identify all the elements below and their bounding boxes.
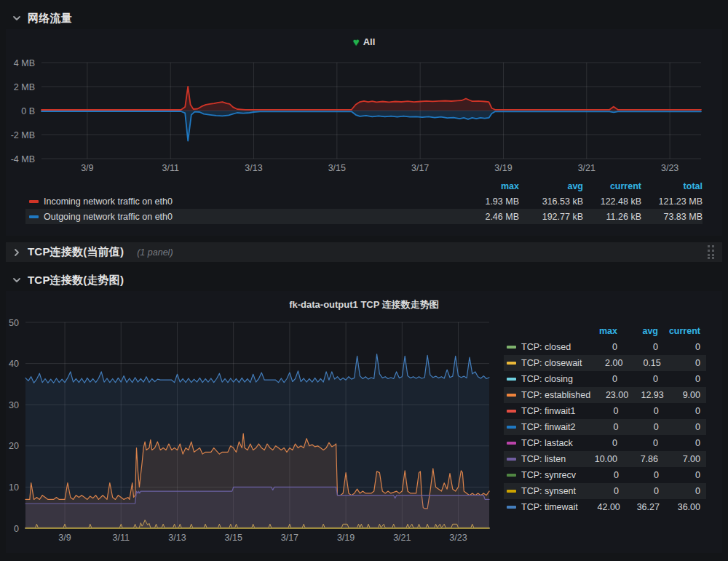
legend-header-total[interactable]: total — [641, 181, 703, 191]
legend-row[interactable]: TCP: listen10.007.867.00 — [504, 451, 706, 467]
legend-row[interactable]: TCP: timewait42.0036.2736.00 — [504, 499, 706, 515]
y-axis-tick: -2 MB — [11, 130, 35, 140]
legend-series-name[interactable]: TCP: closing — [507, 374, 574, 384]
legend-series-name[interactable]: TCP: closewait — [507, 358, 582, 368]
y-axis-tick: 40 — [9, 359, 19, 369]
network-traffic-legend: maxavgcurrenttotalIncoming network traff… — [25, 178, 703, 224]
legend-value-current: 0 — [659, 406, 700, 416]
legend-value-current: 36.00 — [660, 502, 700, 512]
y-axis-tick: 20 — [9, 441, 19, 451]
drag-handle-icon[interactable] — [708, 245, 715, 259]
legend-value-avg: 36.27 — [620, 502, 660, 512]
legend-header-current[interactable]: current — [658, 326, 700, 336]
legend-header-max[interactable]: max — [452, 181, 519, 191]
legend-series-name[interactable]: TCP: timewait — [507, 502, 578, 512]
series-label[interactable]: TCP: finwait2 — [521, 422, 575, 432]
series-color-swatch[interactable] — [507, 426, 516, 429]
series-label[interactable]: TCP: closed — [521, 342, 571, 352]
legend-series-name[interactable]: TCP: finwait1 — [507, 406, 575, 416]
panel-title-text: fk-data-output1 TCP 连接数走势图 — [289, 298, 439, 311]
series-label[interactable]: TCP: synrecv — [521, 470, 576, 480]
legend-series-name[interactable]: TCP: finwait2 — [507, 422, 575, 432]
series-label[interactable]: TCP: listen — [521, 454, 566, 464]
series-color-swatch[interactable] — [507, 458, 516, 461]
legend-value-current: 0 — [661, 358, 700, 368]
y-axis-tick: 2 MB — [14, 82, 35, 92]
legend-row[interactable]: TCP: synrecv000 — [504, 467, 706, 483]
legend-value-max: 0 — [576, 470, 619, 480]
legend-row[interactable]: TCP: synsent000 — [504, 483, 706, 499]
series-color-swatch[interactable] — [507, 490, 516, 493]
series-label[interactable]: TCP: closewait — [521, 358, 582, 368]
legend-row[interactable]: Outgoing network traffic on eth02.46 MB1… — [25, 209, 703, 224]
x-axis-tick: 3/17 — [411, 163, 429, 173]
series-color-swatch[interactable] — [507, 506, 516, 509]
series-color-swatch[interactable] — [507, 410, 516, 413]
legend-value-avg: 12.93 — [628, 390, 664, 400]
series-label[interactable]: Outgoing network traffic on eth0 — [44, 212, 173, 222]
legend-series-name[interactable]: Outgoing network traffic on eth0 — [29, 212, 452, 222]
section-title-tcp-trend: TCP连接数(走势图) — [28, 274, 124, 287]
chevron-down-icon[interactable] — [12, 13, 22, 23]
legend-header-avg[interactable]: avg — [617, 326, 658, 336]
legend-row[interactable]: TCP: closewait2.000.150 — [504, 355, 706, 371]
series-label[interactable]: TCP: finwait1 — [521, 406, 575, 416]
series-color-swatch[interactable] — [507, 346, 516, 349]
legend-header-max[interactable]: max — [574, 326, 617, 336]
series-label[interactable]: TCP: synsent — [521, 486, 576, 496]
legend-series-name[interactable]: TCP: listen — [507, 454, 574, 464]
legend-value-current: 7.00 — [658, 454, 700, 464]
y-axis-tick: 0 — [14, 524, 19, 534]
series-color-swatch[interactable] — [29, 215, 39, 218]
series-color-swatch[interactable] — [507, 362, 516, 365]
legend-value-max: 1.93 MB — [452, 196, 519, 207]
series-label[interactable]: TCP: lastack — [521, 438, 573, 448]
legend-row[interactable]: TCP: finwait2000 — [504, 419, 706, 435]
x-axis-tick: 3/15 — [328, 163, 346, 173]
series-color-swatch[interactable] — [507, 378, 516, 381]
tcp-trend-panel: fk-data-output1 TCP 连接数走势图 010203040503/… — [6, 291, 722, 553]
legend-row[interactable]: Incoming network traffic on eth01.93 MB3… — [25, 194, 703, 209]
legend-row[interactable]: TCP: closing000 — [504, 371, 706, 387]
series-label[interactable]: Incoming network traffic on eth0 — [44, 196, 173, 207]
heart-icon: ♥ — [353, 38, 360, 47]
legend-value-current: 122.48 kB — [583, 196, 641, 207]
series-color-swatch[interactable] — [29, 200, 39, 203]
legend-row[interactable]: TCP: finwait1000 — [504, 403, 706, 419]
legend-series-name[interactable]: TCP: synsent — [507, 486, 576, 496]
legend-series-name[interactable]: TCP: established — [507, 390, 590, 400]
legend-value-current: 0 — [658, 374, 700, 384]
legend-series-name[interactable]: TCP: closed — [507, 342, 574, 352]
series-label[interactable]: TCP: established — [521, 390, 590, 400]
tcp-trend-chart[interactable]: 010203040503/93/113/133/153/173/193/213/… — [0, 317, 502, 549]
y-axis-tick: 30 — [9, 400, 19, 410]
series-label[interactable]: TCP: closing — [521, 374, 573, 384]
network-traffic-chart[interactable]: 4 MB2 MB0 B-2 MB-4 MB3/93/113/133/153/17… — [0, 57, 728, 175]
panel-title-tcp[interactable]: fk-data-output1 TCP 连接数走势图 — [6, 298, 722, 311]
chevron-down-icon[interactable] — [12, 275, 22, 285]
series-color-swatch[interactable] — [507, 442, 516, 445]
legend-value-max: 42.00 — [578, 502, 620, 512]
x-axis-tick: 3/13 — [168, 533, 186, 543]
chevron-right-icon[interactable] — [12, 247, 22, 258]
row-header-network[interactable]: 网络流量 — [0, 9, 72, 28]
legend-row[interactable]: TCP: lastack000 — [504, 435, 706, 451]
y-axis-tick: 10 — [9, 482, 19, 493]
legend-header-current[interactable]: current — [583, 181, 641, 191]
series-label[interactable]: TCP: timewait — [521, 502, 578, 512]
legend-value-total: 121.23 MB — [641, 196, 703, 207]
legend-header-avg[interactable]: avg — [519, 181, 583, 191]
legend-series-name[interactable]: Incoming network traffic on eth0 — [29, 196, 452, 207]
legend-row[interactable]: TCP: established23.0012.939.00 — [504, 387, 706, 403]
legend-series-name[interactable]: TCP: lastack — [507, 438, 574, 448]
legend-header-row: maxavgcurrenttotal — [25, 178, 703, 194]
legend-row[interactable]: TCP: closed000 — [504, 339, 706, 355]
series-color-swatch[interactable] — [507, 394, 516, 397]
section-title-network: 网络流量 — [28, 12, 72, 25]
panel-title-network[interactable]: ♥ All — [6, 36, 722, 47]
row-header-tcp-current[interactable]: TCP连接数(当前值) (1 panel) — [6, 242, 722, 262]
row-header-tcp-trend[interactable]: TCP连接数(走势图) — [0, 271, 124, 290]
series-color-swatch[interactable] — [507, 474, 516, 477]
legend-value-current: 0 — [659, 470, 700, 480]
legend-series-name[interactable]: TCP: synrecv — [507, 470, 576, 480]
